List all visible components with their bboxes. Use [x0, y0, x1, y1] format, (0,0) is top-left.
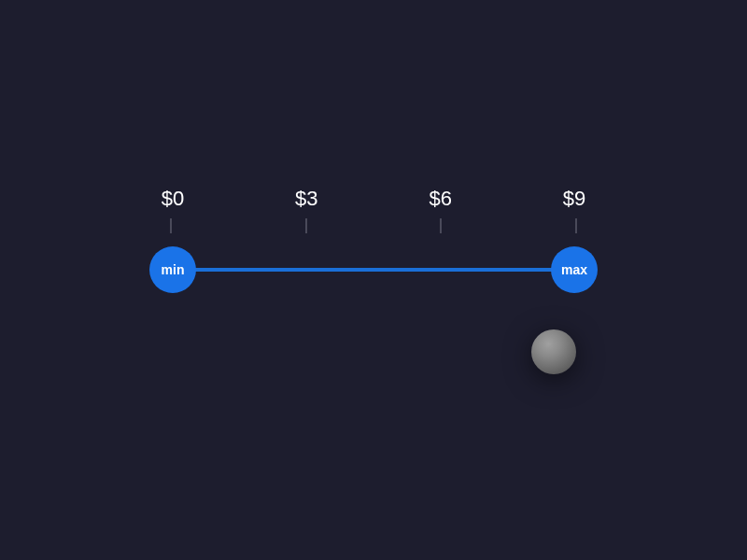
slider-max-handle[interactable]: max — [551, 246, 598, 293]
tick-labels-row: $0 $3 $6 $9 — [149, 187, 598, 211]
slider-max-handle-label: max — [561, 262, 587, 277]
tick-label: $6 — [417, 187, 464, 211]
cursor-icon — [531, 329, 576, 374]
slider-min-handle[interactable]: min — [149, 246, 196, 293]
slider-min-handle-label: min — [162, 262, 185, 277]
tick-mark — [305, 218, 307, 233]
tick-label: $9 — [551, 187, 598, 211]
tick-label: $0 — [149, 187, 196, 211]
tick-marks-row — [149, 218, 598, 233]
tick-mark — [170, 218, 172, 233]
price-range-slider[interactable]: $0 $3 $6 $9 min max — [149, 187, 598, 293]
tick-mark — [440, 218, 442, 233]
tick-mark — [575, 218, 577, 233]
slider-track-container[interactable]: min max — [149, 246, 598, 293]
tick-label: $3 — [283, 187, 330, 211]
slider-track-fill — [173, 268, 574, 272]
